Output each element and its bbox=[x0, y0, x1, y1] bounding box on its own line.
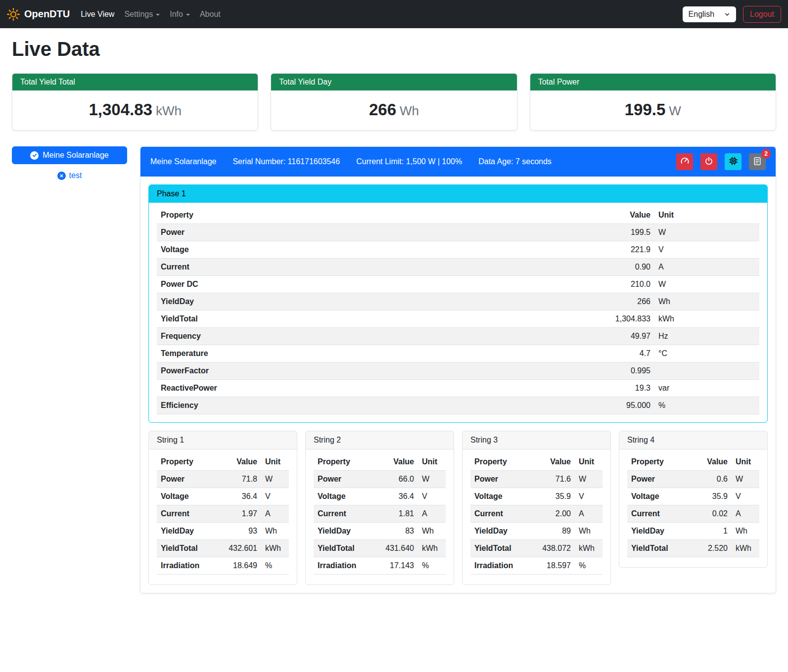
property-cell: Irradiation bbox=[314, 557, 378, 575]
property-cell: YieldTotal bbox=[627, 540, 692, 557]
value-cell: 2.520 bbox=[692, 540, 732, 557]
property-cell: Voltage bbox=[470, 488, 535, 505]
nav-item-label: Info bbox=[170, 10, 183, 19]
column-header-property: Property bbox=[157, 453, 222, 471]
column-header-unit: Unit bbox=[732, 453, 759, 471]
table-row: Power 66.0 W bbox=[314, 471, 446, 488]
unit-cell: % bbox=[261, 557, 289, 575]
unit-cell: A bbox=[654, 259, 759, 276]
device-info-button[interactable] bbox=[725, 153, 742, 170]
nav-item-about[interactable]: About bbox=[195, 6, 226, 23]
inverter-data-age: Data Age: 7 seconds bbox=[478, 157, 552, 166]
value-cell: 221.9 bbox=[580, 241, 654, 259]
sidebar-item-test[interactable]: test bbox=[12, 171, 127, 180]
inverter-actions: 2 bbox=[676, 153, 766, 170]
value-cell: 4.7 bbox=[580, 345, 654, 362]
value-cell: 19.3 bbox=[580, 380, 654, 397]
unit-cell: A bbox=[575, 505, 603, 523]
sun-logo-icon bbox=[7, 8, 20, 21]
table-header-row: Property Value Unit bbox=[470, 453, 603, 471]
power-button[interactable] bbox=[700, 153, 717, 170]
table-row: YieldDay 1 Wh bbox=[627, 523, 759, 540]
value-cell: 18.649 bbox=[222, 557, 261, 575]
property-cell: Voltage bbox=[314, 488, 378, 505]
table-row: Current 0.02 A bbox=[627, 505, 759, 523]
unit-cell: W bbox=[575, 471, 603, 488]
table-row: YieldTotal 431.640 kWh bbox=[314, 540, 446, 557]
inverter-serial: Serial Number: 116171603546 bbox=[232, 157, 340, 166]
unit-cell: % bbox=[575, 557, 603, 575]
value-cell: 1.97 bbox=[222, 505, 261, 523]
property-cell: Efficiency bbox=[157, 397, 580, 414]
table-row: Efficiency 95.000 % bbox=[157, 397, 759, 414]
property-cell: YieldDay bbox=[157, 293, 580, 311]
inverter-limit: Current Limit: 1,500 W | 100% bbox=[356, 157, 462, 166]
column-header-value: Value bbox=[222, 453, 261, 471]
total-power-card: Total Power 199.5W bbox=[530, 73, 776, 131]
inverter-panel-header: Meine Solaranlage Serial Number: 1161716… bbox=[140, 147, 776, 177]
value-cell: 1.81 bbox=[378, 505, 418, 523]
column-header-property: Property bbox=[470, 453, 535, 471]
limit-settings-button[interactable] bbox=[676, 153, 693, 170]
property-cell: Power bbox=[627, 471, 692, 488]
property-cell: Voltage bbox=[157, 241, 580, 259]
event-log-button[interactable]: 2 bbox=[749, 153, 766, 170]
value-cell: 0.6 bbox=[692, 471, 732, 488]
unit-cell: V bbox=[575, 488, 603, 505]
unit-cell: V bbox=[418, 488, 446, 505]
table-row: YieldTotal 2.520 kWh bbox=[627, 540, 759, 557]
cpu-icon bbox=[729, 156, 738, 167]
table-header-row: Property Value Unit bbox=[157, 453, 289, 471]
table-row: Power 0.6 W bbox=[627, 471, 759, 488]
table-row: Irradiation 17.143 % bbox=[314, 557, 446, 575]
nav-item-label: Live View bbox=[81, 10, 114, 19]
speedometer-icon bbox=[680, 156, 690, 167]
value-cell: 2.00 bbox=[535, 505, 575, 523]
unit-cell: kWh bbox=[261, 540, 289, 557]
summary-card-title: Total Yield Total bbox=[12, 74, 258, 90]
event-count-badge: 2 bbox=[761, 149, 771, 159]
table-row: Current 0.90 A bbox=[157, 259, 759, 276]
table-header-row: Property Value Unit bbox=[157, 207, 759, 224]
chevron-down-icon bbox=[724, 11, 730, 17]
summary-card-title: Total Power bbox=[530, 74, 776, 90]
sidebar-item-meine-solaranlage[interactable]: Meine Solaranlage bbox=[12, 146, 127, 164]
table-row: YieldTotal 438.072 kWh bbox=[470, 540, 603, 557]
value-cell: 266 bbox=[580, 293, 654, 311]
sidebar-item-label: test bbox=[69, 171, 82, 180]
unit-cell: kWh bbox=[418, 540, 446, 557]
unit-cell: Wh bbox=[654, 293, 759, 311]
value-cell: 1,304.833 bbox=[580, 311, 654, 328]
property-cell: Voltage bbox=[627, 488, 692, 505]
value-cell: 210.0 bbox=[580, 276, 654, 293]
column-header-unit: Unit bbox=[418, 453, 446, 471]
total-yield-day-card: Total Yield Day 266Wh bbox=[271, 73, 517, 131]
logout-button[interactable]: Logout bbox=[743, 6, 781, 23]
column-header-value: Value bbox=[535, 453, 575, 471]
value-cell: 1 bbox=[692, 523, 732, 540]
summary-card-unit: W bbox=[669, 103, 681, 118]
nav-item-live-view[interactable]: Live View bbox=[76, 6, 119, 23]
value-cell: 0.90 bbox=[580, 259, 654, 276]
table-row: Power 199.5 W bbox=[157, 224, 759, 241]
nav-item-settings[interactable]: Settings bbox=[119, 6, 165, 23]
table-header-row: Property Value Unit bbox=[627, 453, 759, 471]
table-row: Current 2.00 A bbox=[470, 505, 603, 523]
table-row: YieldDay 83 Wh bbox=[314, 523, 446, 540]
value-cell: 83 bbox=[378, 523, 418, 540]
nav-item-info[interactable]: Info bbox=[165, 6, 195, 23]
brand[interactable]: OpenDTU bbox=[7, 8, 70, 21]
column-header-value: Value bbox=[692, 453, 732, 471]
column-header-value: Value bbox=[580, 207, 654, 224]
string-card-title: String 4 bbox=[619, 431, 767, 449]
unit-cell: W bbox=[654, 224, 759, 241]
property-cell: Current bbox=[157, 505, 222, 523]
string-card-title: String 2 bbox=[306, 431, 454, 449]
unit-cell: Wh bbox=[732, 523, 759, 540]
language-select[interactable]: English bbox=[683, 6, 736, 22]
string-table: Property Value Unit Power bbox=[157, 453, 289, 575]
table-row: Frequency 49.97 Hz bbox=[157, 328, 759, 345]
property-cell: YieldDay bbox=[157, 523, 222, 540]
unit-cell: kWh bbox=[575, 540, 603, 557]
value-cell: 66.0 bbox=[378, 471, 418, 488]
